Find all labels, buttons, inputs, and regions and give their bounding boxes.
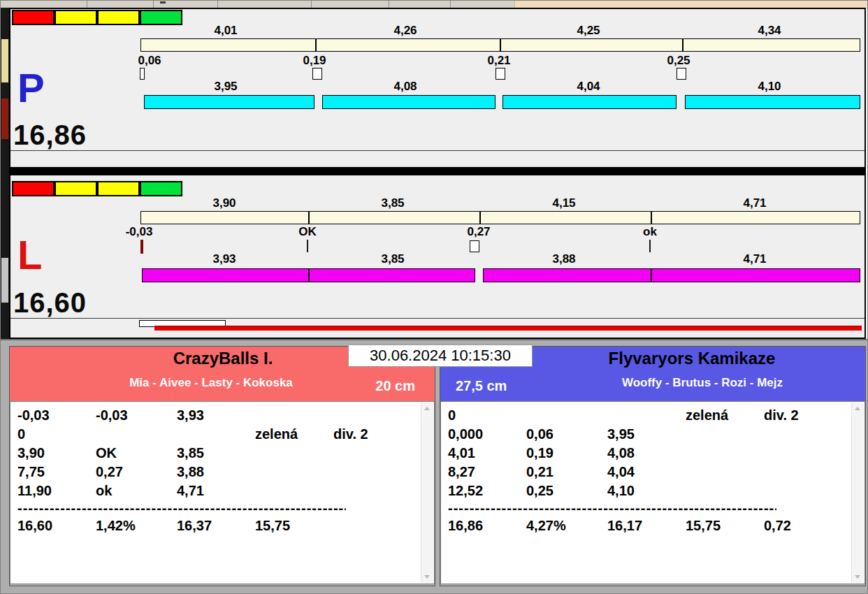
data-cell: 3,90 xyxy=(17,445,45,461)
scroll-up-button[interactable] xyxy=(852,403,864,414)
early-start-marker xyxy=(140,240,143,254)
separator-line: ----------------------------------------… xyxy=(17,500,346,516)
light-green-icon xyxy=(140,10,182,25)
toolbar-separator xyxy=(389,1,389,8)
toolbar-separator xyxy=(153,1,154,8)
data-cell: 7,75 xyxy=(17,464,45,480)
start-lights-p xyxy=(12,10,182,25)
loss-time-label: 0,27 xyxy=(444,226,514,238)
ok-tick-marker xyxy=(307,240,308,252)
leg-bar-segment xyxy=(142,268,475,282)
progress-bar-red xyxy=(154,326,862,331)
loss-marker-box xyxy=(312,68,322,80)
split-time-label: 4,15 xyxy=(519,197,609,210)
split-bar-p xyxy=(140,38,860,52)
toolbar-separator xyxy=(450,1,451,8)
totals-row: 16,60 1,42% 16,37 15,75 xyxy=(17,518,417,536)
team-panel-left: CrazyBalls I. Mia - Aivee - Lasty - Koko… xyxy=(9,346,435,586)
split-time-label: 3,90 xyxy=(179,197,270,210)
data-cell: OK xyxy=(96,445,117,461)
chevron-down-icon xyxy=(424,575,430,579)
split-bar-divider xyxy=(500,39,501,51)
data-row: 8,27 0,21 4,04 xyxy=(448,464,848,482)
data-cell: 0 xyxy=(448,407,456,423)
toolbar-separator xyxy=(217,1,218,8)
data-cell: ok xyxy=(96,483,112,499)
team-panel-right: Flyvaryors Kamikaze Wooffy - Brutus - Ro… xyxy=(440,346,866,586)
data-row: 11,90 ok 4,71 xyxy=(17,483,417,501)
loss-time-label: ok xyxy=(615,226,685,238)
data-cell: 4,01 xyxy=(448,445,475,461)
scroll-up-button[interactable] xyxy=(421,403,433,414)
leg-time-label: 4,10 xyxy=(724,80,815,93)
data-cell: -0,03 xyxy=(17,407,50,423)
lane-underline xyxy=(10,150,865,151)
split-time-label: 4,71 xyxy=(709,197,800,210)
toolbar-glyph xyxy=(160,1,166,3)
scroll-down-button[interactable] xyxy=(852,571,864,583)
split-time-label: 4,26 xyxy=(360,24,451,37)
data-cell: 4,71 xyxy=(177,483,204,499)
total-cell: 16,37 xyxy=(177,518,212,534)
leg-time-label: 3,85 xyxy=(347,253,438,266)
data-cell: 0,06 xyxy=(526,426,554,442)
scrollbar[interactable] xyxy=(421,403,433,583)
data-cell: zelená xyxy=(686,407,728,423)
loss-time-label: 0,19 xyxy=(280,55,349,67)
split-bar-divider xyxy=(682,39,683,51)
data-row: 0 zelená div. 2 xyxy=(448,407,848,426)
loss-marker-box xyxy=(470,240,479,252)
data-cell: 3,85 xyxy=(177,445,204,461)
lane-letter-l: L xyxy=(17,236,42,275)
jump-height-label: 20 cm xyxy=(375,378,415,394)
data-cell: 4,04 xyxy=(607,464,635,480)
leg-bar-segment xyxy=(483,268,860,282)
split-bar-divider xyxy=(479,212,481,224)
data-cell: 0,000 xyxy=(448,426,483,442)
data-row: -0,03 -0,03 3,93 xyxy=(17,407,417,426)
background-fragment xyxy=(1,39,8,82)
data-cell: 0,25 xyxy=(526,483,554,499)
data-cell: 4,10 xyxy=(607,483,635,499)
team-lineup: Wooffy - Brutus - Rozi - Mejz xyxy=(531,376,868,390)
loss-time-label: OK xyxy=(273,226,342,238)
team-data-area: -0,03 -0,03 3,93 0 zelená div. 2 3,90 OK xyxy=(10,401,435,584)
leg-time-label: 4,71 xyxy=(709,253,800,266)
timing-app-window: 4,01 4,26 4,25 4,34 0,06 0,19 0,21 0,25 … xyxy=(0,0,868,594)
data-cell: 0 xyxy=(17,426,25,442)
scroll-down-button[interactable] xyxy=(421,571,433,583)
loss-marker-box xyxy=(677,68,686,80)
light-yellow-icon xyxy=(97,10,140,25)
leg-time-label: 4,04 xyxy=(543,80,634,93)
data-cell: 3,88 xyxy=(177,464,204,480)
split-bar-l xyxy=(140,211,860,224)
data-cell: 4,08 xyxy=(607,445,635,461)
toolbar-separator xyxy=(87,1,87,8)
light-yellow-icon xyxy=(55,10,97,25)
leg-bar-segment xyxy=(322,95,496,109)
lane-total-time-p: 16,86 xyxy=(13,119,87,150)
loss-time-label: -0,03 xyxy=(104,226,174,238)
loss-time-label: 0,06 xyxy=(115,55,185,67)
light-red-icon xyxy=(12,10,55,25)
jump-height-label: 27,5 cm xyxy=(456,378,507,394)
lane-panel-l: 3,90 3,85 4,15 4,71 -0,03 OK 0,27 ok 3,9… xyxy=(9,174,866,339)
lane-underline xyxy=(10,318,865,319)
data-cell: 0,27 xyxy=(96,464,123,480)
light-red-icon xyxy=(12,181,55,196)
data-row: 0,000 0,06 3,95 xyxy=(448,426,848,444)
data-row: 12,52 0,25 4,10 xyxy=(448,483,848,501)
data-cell: 3,93 xyxy=(177,407,204,423)
total-cell: 1,42% xyxy=(96,518,136,534)
light-yellow-icon xyxy=(55,181,97,196)
data-cell: div. 2 xyxy=(333,426,368,442)
results-section: CrazyBalls I. Mia - Aivee - Lasty - Koko… xyxy=(1,339,868,594)
split-time-label: 4,01 xyxy=(180,24,271,37)
leg-bar-segment xyxy=(144,95,314,109)
split-bar-divider xyxy=(315,39,317,51)
data-cell: 8,27 xyxy=(448,464,475,480)
lane-panel-p: 4,01 4,26 4,25 4,34 0,06 0,19 0,21 0,25 … xyxy=(9,8,866,168)
leg-bar-divider xyxy=(308,269,310,282)
lane-divider-bar xyxy=(9,168,866,174)
scrollbar[interactable] xyxy=(851,403,864,583)
